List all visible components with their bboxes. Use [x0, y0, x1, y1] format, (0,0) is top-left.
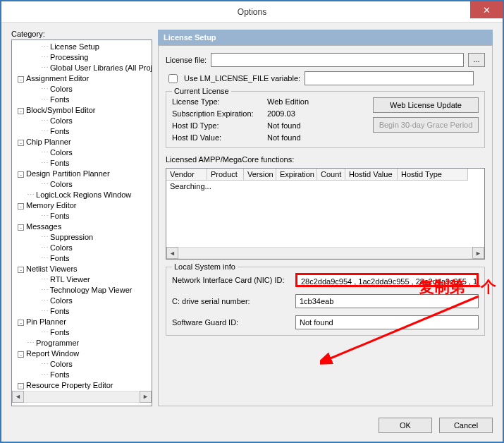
sguard-label: Software Guard ID: [172, 318, 295, 327]
tree-item[interactable]: ⋯ Processing [15, 52, 152, 63]
license-file-label: License file: [166, 56, 207, 64]
tree-toggle-icon[interactable]: - [18, 224, 24, 231]
tree-toggle-icon[interactable]: - [18, 171, 24, 178]
category-label: Category: [11, 30, 152, 38]
use-env-checkbox[interactable] [168, 74, 178, 83]
table-header[interactable]: Vendor [166, 169, 207, 181]
license-info-value: Not found [267, 133, 345, 142]
tree-item[interactable]: ⋯ Colors [15, 84, 152, 95]
scroll-left-icon[interactable]: ◄ [166, 247, 178, 259]
tree-item[interactable]: ⋯ RTL Viewer [15, 274, 152, 285]
window-title: Options [238, 7, 266, 17]
license-info-key: License Type: [172, 97, 267, 106]
cdrive-value[interactable]: 1cb34eab [295, 294, 479, 308]
tree-item[interactable]: ⋯ Fonts [15, 306, 152, 317]
license-info-key: Host ID Value: [172, 133, 267, 142]
tree-item[interactable]: ⋯ Fonts [15, 158, 152, 169]
cancel-button[interactable]: Cancel [439, 418, 493, 433]
license-setup-panel: License file: ... Use LM_LICENSE_FILE va… [158, 45, 493, 406]
license-info-value: 2009.03 [267, 109, 345, 118]
tree-item[interactable]: -Memory Editor [15, 200, 152, 211]
begin-grace-period-button: Begin 30-day Grace Period [373, 117, 479, 133]
tree-item[interactable]: ⋯ Colors [15, 359, 152, 370]
tree-toggle-icon[interactable]: - [18, 76, 24, 83]
tree-item[interactable]: ⋯ Colors [15, 116, 152, 126]
tree-item[interactable]: ⋯ Colors [15, 179, 152, 190]
tree-item[interactable]: ⋯ Global User Libraries (All Projec [15, 63, 152, 73]
license-info-key: Subscription Expiration: [172, 109, 267, 118]
category-tree[interactable]: ⋯ License Setup⋯ Processing⋯ Global User… [11, 40, 152, 406]
tree-item[interactable]: -Assignment Editor [15, 73, 152, 84]
table-header[interactable]: Count [317, 169, 345, 181]
local-system-fieldset: Local System info Network Interface Card… [166, 267, 485, 336]
table-header[interactable]: Product [207, 169, 244, 181]
local-system-legend: Local System info [172, 262, 238, 271]
tree-item[interactable]: ⋯ Fonts [15, 211, 152, 222]
tree-item[interactable]: ⋯ Technology Map Viewer [15, 285, 152, 296]
tree-item[interactable]: ⋯ Fonts [15, 327, 152, 338]
scroll-right-icon[interactable]: ► [472, 247, 484, 259]
options-dialog: Options ✕ Category: ⋯ License Setup⋯ Pro… [0, 0, 504, 443]
scroll-right-icon[interactable]: ► [140, 391, 152, 403]
nic-id-value[interactable]: 28c2dda9c954 , 1ac2dda9c955 , 28c2dda9c9… [295, 273, 479, 287]
license-info-value: Web Edition [267, 97, 345, 106]
tree-item[interactable]: ⋯ Fonts [15, 370, 152, 380]
tree-item[interactable]: -Block/Symbol Editor [15, 105, 152, 116]
cdrive-label: C: drive serial number: [172, 297, 295, 305]
tree-item[interactable]: -Report Window [15, 348, 152, 359]
table-header[interactable]: Hostid Value [345, 169, 398, 181]
license-info-key: Host ID Type: [172, 121, 267, 130]
nic-id-label: Network Interface Card (NIC) ID: [172, 276, 295, 284]
table-header[interactable]: Version [244, 169, 276, 181]
current-license-legend: Current License [172, 87, 231, 95]
sguard-value[interactable]: Not found [295, 315, 479, 329]
table-header[interactable]: Expiration [276, 169, 317, 181]
tree-toggle-icon[interactable]: - [18, 267, 24, 273]
tree-item[interactable]: ⋯ Suppression [15, 232, 152, 243]
scroll-left-icon[interactable]: ◄ [12, 391, 24, 403]
tree-item[interactable]: -Messages [15, 222, 152, 232]
tree-item[interactable]: -Design Partition Planner [15, 169, 152, 179]
tree-item[interactable]: ⋯ Fonts [15, 253, 152, 264]
ampp-hscroll[interactable]: ◄ ► [166, 247, 484, 259]
tree-item[interactable]: ⋯ Colors [15, 243, 152, 253]
tree-hscroll[interactable]: ◄► [12, 391, 152, 403]
tree-item[interactable]: ⋯ Colors [15, 296, 152, 306]
license-file-input[interactable] [211, 53, 464, 67]
tree-toggle-icon[interactable]: - [18, 203, 24, 210]
tree-item[interactable]: -Netlist Viewers [15, 264, 152, 274]
tree-toggle-icon[interactable]: - [18, 351, 24, 358]
title-bar: Options ✕ [1, 1, 503, 23]
tree-toggle-icon[interactable]: - [18, 140, 24, 146]
tree-item[interactable]: ⋯ Fonts [15, 126, 152, 137]
ok-button[interactable]: OK [379, 418, 432, 433]
close-icon: ✕ [483, 5, 491, 16]
table-header[interactable]: Hostid Type [398, 169, 468, 181]
tree-item[interactable]: ⋯ Fonts [15, 95, 152, 105]
tree-toggle-icon[interactable]: - [18, 383, 24, 389]
browse-button[interactable]: ... [468, 53, 485, 67]
use-env-input[interactable] [305, 71, 474, 85]
ampp-table[interactable]: VendorProductVersionExpirationCountHosti… [166, 168, 485, 260]
tree-toggle-icon[interactable]: - [18, 108, 24, 114]
tree-item[interactable]: ⋯ LogicLock Regions Window [15, 190, 152, 200]
tree-item[interactable]: -Chip Planner [15, 137, 152, 147]
ampp-status: Searching... [170, 182, 211, 190]
ampp-label: Licensed AMPP/MegaCore functions: [166, 155, 485, 164]
tree-item[interactable]: -Pin Planner [15, 317, 152, 327]
tree-item[interactable]: ⋯ Programmer [15, 338, 152, 348]
section-header: License Setup [158, 30, 493, 45]
close-button[interactable]: ✕ [470, 1, 503, 18]
tree-item[interactable]: ⋯ Colors [15, 147, 152, 158]
tree-item[interactable]: -Resource Property Editor [15, 380, 152, 391]
dialog-footer: OK Cancel [1, 412, 503, 442]
tree-toggle-icon[interactable]: - [18, 320, 24, 326]
license-info-value: Not found [267, 121, 345, 130]
current-license-fieldset: Current License License Type:Web Edition… [166, 91, 485, 148]
use-env-label: Use LM_LICENSE_FILE variable: [184, 74, 300, 83]
tree-item[interactable]: ⋯ License Setup [15, 42, 152, 52]
web-license-update-button[interactable]: Web License Update [373, 97, 479, 113]
